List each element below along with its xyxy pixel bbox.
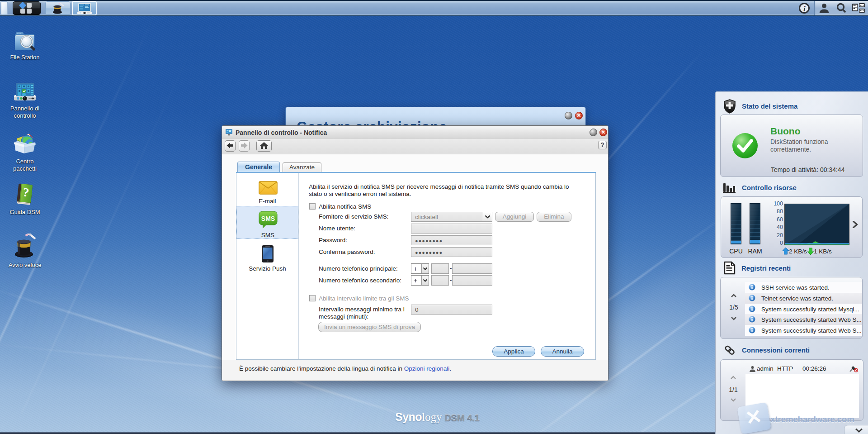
- svg-text:SMS: SMS: [261, 215, 275, 222]
